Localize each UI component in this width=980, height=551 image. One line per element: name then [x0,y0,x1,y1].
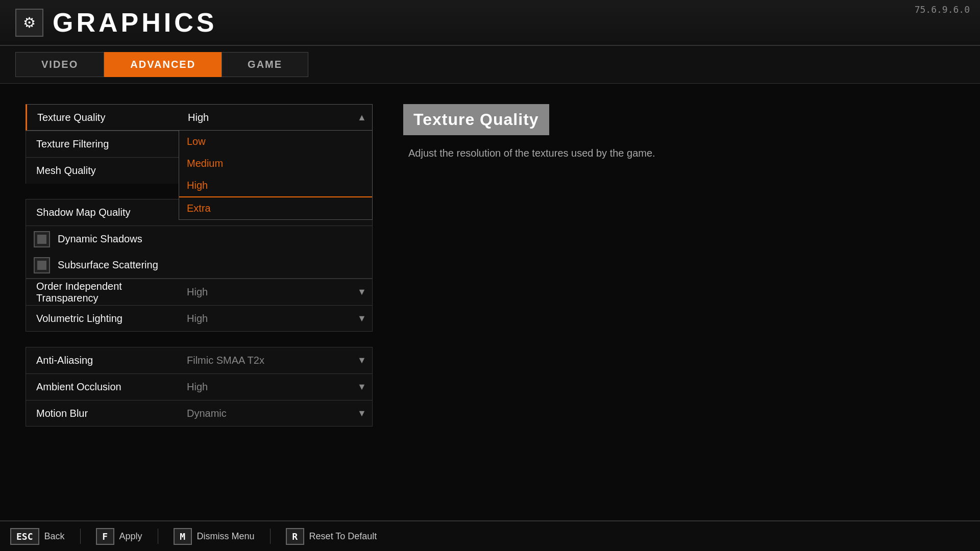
main-content: Texture Quality High ▲ Low Medium High E… [0,84,980,528]
subsurface-scattering-checkbox-inner [37,261,46,270]
option-low[interactable]: Low [179,131,372,153]
separator-1 [80,529,81,544]
separator-2 [158,529,158,544]
texture-quality-value: High [180,112,352,123]
dynamic-shadows-checkbox-inner [37,235,46,244]
anti-aliasing-chevron[interactable]: ▼ [352,347,372,373]
tab-advanced[interactable]: ADVANCED [104,52,222,77]
header: ⚙ GRAPHICS [0,0,980,46]
order-independent-transparency-row[interactable]: Order Independent Transparency High ▼ [26,279,373,305]
option-medium[interactable]: Medium [179,153,372,174]
ambient-occlusion-label: Ambient Occlusion [26,381,179,393]
subsurface-scattering-row[interactable]: Subsurface Scattering [26,252,373,279]
version-number: 75.6.9.6.0 [915,4,970,15]
reset-default-button[interactable]: R Reset To Default [286,528,377,545]
r-key: R [286,528,304,545]
m-key: M [174,528,192,545]
info-description: Adjust the resolution of the textures us… [403,145,954,161]
dynamic-shadows-label: Dynamic Shadows [58,233,142,245]
info-title-box: Texture Quality [403,104,549,135]
texture-filtering-label: Texture Filtering [26,138,179,150]
volumetric-lighting-row[interactable]: Volumetric Lighting High ▼ [26,305,373,332]
anti-aliasing-row[interactable]: Anti-Aliasing Filmic SMAA T2x ▼ [26,347,373,373]
apply-button[interactable]: F Apply [96,528,142,545]
dismiss-menu-label: Dismiss Menu [197,531,255,542]
esc-back-button[interactable]: ESC Back [10,528,65,545]
motion-blur-row[interactable]: Motion Blur Dynamic ▼ [26,400,373,427]
volumetric-lighting-chevron[interactable]: ▼ [352,306,372,331]
tabs-bar: VIDEO ADVANCED GAME [0,46,980,84]
settings-panel: Texture Quality High ▲ Low Medium High E… [26,104,373,507]
option-extra[interactable]: Extra [179,197,372,219]
dynamic-shadows-row[interactable]: Dynamic Shadows [26,226,373,252]
motion-blur-value: Dynamic [179,408,352,419]
volumetric-lighting-value: High [179,313,352,324]
info-title: Texture Quality [413,110,539,129]
shadow-map-quality-label: Shadow Map Quality [26,207,179,218]
anti-aliasing-label: Anti-Aliasing [26,355,179,366]
order-independent-transparency-value: High [179,286,352,298]
esc-key: ESC [10,528,39,545]
texture-quality-container: Texture Quality High ▲ Low Medium High E… [26,104,373,131]
dismiss-menu-button[interactable]: M Dismiss Menu [174,528,255,545]
tab-video[interactable]: VIDEO [15,52,104,77]
info-panel: Texture Quality Adjust the resolution of… [403,104,954,507]
subsurface-scattering-label: Subsurface Scattering [58,259,158,271]
order-independent-transparency-chevron[interactable]: ▼ [352,279,372,305]
motion-blur-chevron[interactable]: ▼ [352,400,372,426]
back-label: Back [44,531,65,542]
volumetric-lighting-label: Volumetric Lighting [26,313,179,324]
motion-blur-label: Motion Blur [26,408,179,419]
header-title: GRAPHICS [53,7,217,38]
texture-quality-label: Texture Quality [27,112,180,123]
ambient-occlusion-value: High [179,381,352,393]
tab-game[interactable]: GAME [222,52,308,77]
f-key: F [96,528,114,545]
separator-3 [270,529,271,544]
mesh-quality-label: Mesh Quality [26,165,179,177]
subsurface-scattering-checkbox[interactable] [34,257,50,273]
order-independent-transparency-label: Order Independent Transparency [26,281,179,304]
texture-quality-chevron[interactable]: ▲ [352,105,372,130]
reset-default-label: Reset To Default [309,531,377,542]
dynamic-shadows-checkbox[interactable] [34,231,50,247]
anti-aliasing-value: Filmic SMAA T2x [179,355,352,366]
bottom-bar: ESC Back F Apply M Dismiss Menu R Reset … [0,520,980,551]
ambient-occlusion-chevron[interactable]: ▼ [352,374,372,400]
header-icon: ⚙ [15,9,43,37]
option-high[interactable]: High [179,174,372,197]
texture-quality-dropdown: Low Medium High Extra [179,131,373,220]
ambient-occlusion-row[interactable]: Ambient Occlusion High ▼ [26,373,373,400]
apply-label: Apply [119,531,142,542]
texture-quality-row[interactable]: Texture Quality High ▲ [26,104,373,131]
